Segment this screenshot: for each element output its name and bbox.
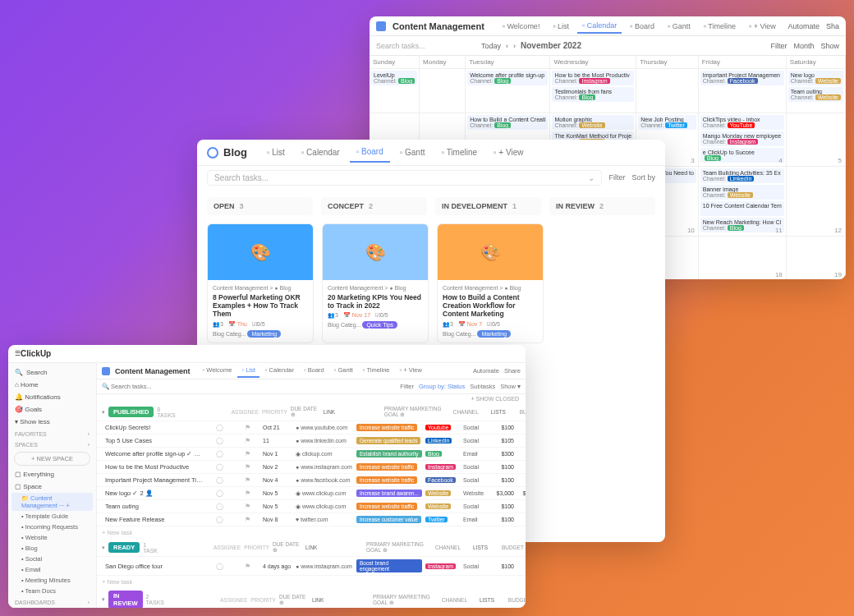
calendar-cell[interactable]: Welcome after profile sign-upChannel:Blo…	[466, 69, 550, 113]
task-row[interactable]: New Feature Release◯⚑Nov 8♥ twitter.comI…	[97, 513, 526, 526]
sidebar-section-docs[interactable]: DOCS›	[11, 607, 93, 608]
calendar-event[interactable]: ClickTips video - inboxChannel:YouTube	[700, 115, 784, 130]
search-input[interactable]: 🔍 Search	[11, 366, 93, 379]
view-tab-board[interactable]: ▫ Board	[625, 19, 659, 34]
new-task-button[interactable]: + New task	[97, 526, 526, 539]
calendar-cell[interactable]: How to be the Most ProductivChannel:Inst…	[550, 69, 636, 113]
sidebar-sub-item[interactable]: • Social	[11, 554, 93, 564]
view-tab-view[interactable]: ▫ + View	[744, 19, 781, 34]
view-tab-welcome[interactable]: ▫ Welcome!	[498, 19, 545, 34]
today-button[interactable]: Today	[481, 42, 501, 50]
task-row[interactable]: How to be the Most Productive◯⚑Nov 2● ww…	[97, 460, 526, 473]
view-tab-timeline[interactable]: ▫ Timeline	[359, 364, 394, 378]
calendar-cell[interactable]	[636, 69, 699, 113]
filter-button[interactable]: Filter	[770, 42, 787, 50]
task-row[interactable]: ClickUp Secrets!◯⚑Oct 21● www.youtube.co…	[97, 421, 526, 434]
calendar-event[interactable]: Welcome after profile sign-upChannel:Blo…	[467, 71, 548, 85]
calendar-event[interactable]: Motion graphicChannel:Website	[552, 115, 634, 130]
collapse-icon[interactable]: ▾	[102, 545, 105, 551]
calendar-cell[interactable]: 18	[699, 237, 787, 279]
sidebar-space[interactable]: ▢ Everything	[11, 468, 93, 480]
calendar-event[interactable]: e ClickUp to SucceeBlog	[700, 148, 784, 163]
view-tab-board[interactable]: ▫ Board	[300, 364, 328, 378]
search-input[interactable]: Search tasks...	[376, 42, 475, 50]
sidebar-sub-item[interactable]: • Website	[11, 532, 93, 543]
subtasks-button[interactable]: Subtasks	[470, 383, 495, 390]
view-tab-list[interactable]: ▫ List	[548, 19, 574, 34]
sidebar-sub-item[interactable]: • Incoming Requests	[11, 522, 93, 532]
view-tab-view[interactable]: ▫ + View	[396, 364, 426, 378]
view-tab-view[interactable]: ▫ + View	[487, 142, 530, 163]
sidebar-item[interactable]: 🔔 Notifications	[11, 391, 93, 403]
show-button[interactable]: Show	[820, 42, 839, 50]
calendar-cell[interactable]: ClickTips video - inboxChannel:YouTubeMa…	[699, 113, 787, 167]
view-tab-calendar[interactable]: ▫ Calendar	[577, 19, 622, 34]
calendar-event[interactable]: LevelUpChannel:Blog	[371, 71, 417, 85]
sidebar-item[interactable]: ⌂ Home	[11, 379, 93, 391]
sidebar-space[interactable]: ▢ Space	[11, 480, 93, 493]
view-tab-calendar[interactable]: ▫ Calendar	[261, 364, 298, 378]
view-tab-gantt[interactable]: ▫ Gantt	[663, 19, 696, 34]
calendar-event[interactable]: How to be the Most ProductivChannel:Inst…	[552, 71, 634, 85]
view-tab-gantt[interactable]: ▫ Gantt	[330, 364, 357, 378]
calendar-event[interactable]: New Job PostingChannel:Twitter	[638, 115, 696, 130]
sidebar-sub-item[interactable]: • Email	[11, 564, 93, 575]
next-icon[interactable]: ›	[513, 42, 516, 50]
view-tab-board[interactable]: ▫ Board	[350, 142, 390, 163]
show-button[interactable]: Show ▾	[500, 383, 521, 390]
prev-icon[interactable]: ‹	[506, 42, 508, 50]
task-row[interactable]: Top 5 Use Cases◯⚑11● www.linkedin.comGen…	[97, 434, 526, 447]
sidebar-section-favorites[interactable]: FAVORITES›	[11, 428, 93, 439]
calendar-cell[interactable]: 5	[787, 113, 846, 167]
calendar-event[interactable]: Testimonials from fansChannel:Blog	[552, 87, 634, 102]
new-space-button[interactable]: + NEW SPACE	[14, 452, 90, 466]
board-card[interactable]: 🎨Content Management > ● Blog8 Powerful M…	[207, 223, 314, 343]
calendar-event[interactable]: Banner imageChannel:Website	[700, 185, 784, 200]
sidebar-item[interactable]: ▾ Show less	[11, 416, 93, 428]
filter-button[interactable]: Filter	[608, 173, 625, 182]
sidebar-sub-item[interactable]: • Blog	[11, 543, 93, 554]
view-tab-gantt[interactable]: ▫ Gantt	[393, 142, 432, 163]
sidebar-item[interactable]: 🎯 Goals	[11, 403, 93, 416]
sidebar-section-spaces[interactable]: SPACES›	[11, 439, 93, 449]
view-tab-timeline[interactable]: ▫ Timeline	[434, 142, 484, 163]
calendar-cell[interactable]: 12	[787, 167, 846, 237]
app-menu-icon[interactable]: ☰	[15, 350, 21, 357]
task-row[interactable]: San Diego office tour◯⚑4 days ago● www.i…	[97, 556, 526, 575]
view-tab-welcome[interactable]: ▫ Welcome	[199, 364, 236, 378]
calendar-event[interactable]: New logoChannel:Website	[788, 71, 843, 85]
view-tab-calendar[interactable]: ▫ Calendar	[295, 142, 347, 163]
view-tab-list[interactable]: ▫ List	[260, 142, 292, 163]
calendar-event[interactable]: Important Project ManagemenChannel:Faceb…	[700, 71, 784, 85]
calendar-event[interactable]: Mango Monday new employeeChannel:Instagr…	[700, 131, 784, 146]
calendar-event[interactable]: How to Build a Content CreatiChannel:Blo…	[467, 115, 548, 130]
view-tab-timeline[interactable]: ▫ Timeline	[699, 19, 741, 34]
calendar-cell[interactable]: Important Project ManagemenChannel:Faceb…	[699, 69, 787, 113]
sidebar-item-content-management[interactable]: 📁 Content Management ··· +	[11, 493, 93, 511]
share-button[interactable]: Sha	[826, 22, 839, 30]
task-row[interactable]: Important Project Management Tips for St…	[97, 473, 526, 486]
search-input[interactable]: Search tasks...⌄	[207, 170, 602, 186]
sidebar-sub-item[interactable]: • Team Docs	[11, 586, 93, 596]
calendar-event[interactable]: Team Building Activities: 35 ExChannel:L…	[700, 168, 784, 183]
view-tab-list[interactable]: ▫ List	[237, 364, 259, 378]
board-card[interactable]: 🎨Content Management > ● BlogHow to Build…	[437, 223, 544, 343]
board-card[interactable]: 🎨Content Management > ● Blog20 Marketing…	[322, 223, 429, 343]
sortby-button[interactable]: Sort by	[631, 173, 655, 182]
calendar-event[interactable]: 10 Free Content Calendar Tem	[700, 201, 784, 216]
sidebar-section-dashboards[interactable]: DASHBOARDS›	[11, 596, 93, 607]
calendar-event[interactable]: New Reach Marketing: How ClChannel:Blog	[700, 218, 784, 232]
calendar-cell[interactable]: 19	[787, 237, 846, 279]
view-mode-button[interactable]: Month	[793, 42, 814, 50]
collapse-icon[interactable]: ▾	[102, 409, 105, 416]
task-row[interactable]: Welcome after profile sign-up ✓ 2 📎 1 👤◯…	[97, 447, 526, 460]
filter-button[interactable]: Filter	[400, 383, 414, 390]
show-closed-button[interactable]: + SHOW CLOSED	[97, 394, 526, 403]
new-task-button[interactable]: + New task	[97, 575, 526, 588]
sidebar-sub-item[interactable]: • Template Guide	[11, 511, 93, 522]
task-row[interactable]: New logo ✓ 2 👤◯⚑Nov 5◉ www.clickup.comIn…	[97, 486, 526, 499]
calendar-event[interactable]: Team outingChannel:Website	[788, 87, 843, 102]
task-row[interactable]: Team outing◯⚑Nov 5◉ www.clickup.comIncre…	[97, 499, 526, 513]
search-input[interactable]: 🔍 Search tasks...	[102, 383, 152, 390]
share-button[interactable]: Share	[504, 367, 521, 375]
